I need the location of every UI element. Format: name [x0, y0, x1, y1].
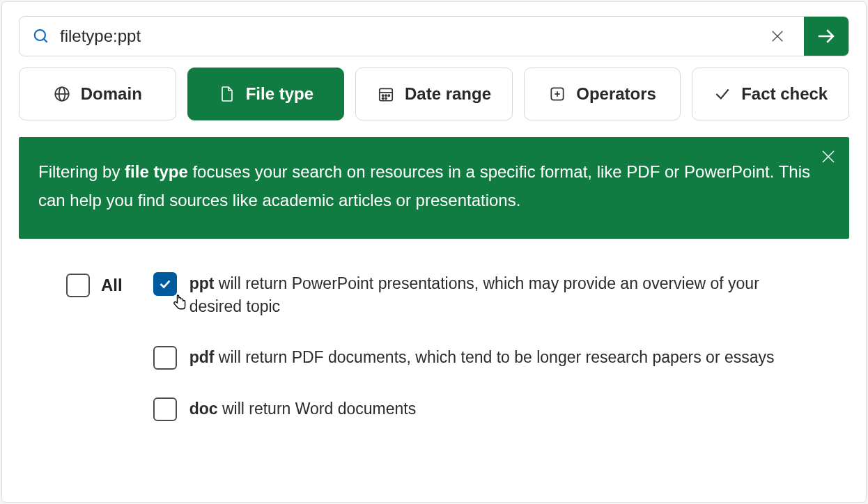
all-group: All — [66, 274, 123, 297]
filter-row: Domain File type — [19, 68, 849, 120]
checkbox-pdf[interactable] — [153, 346, 177, 370]
search-input[interactable] — [60, 26, 751, 46]
banner-prefix: Filtering by — [38, 162, 125, 181]
filter-filetype-label: File type — [246, 84, 313, 104]
check-icon — [157, 276, 173, 292]
search-bar — [19, 16, 849, 56]
filter-factcheck[interactable]: Fact check — [692, 68, 849, 120]
dismiss-banner-button[interactable] — [819, 147, 838, 166]
option-doc-key: doc — [189, 400, 218, 418]
file-icon — [218, 85, 236, 103]
info-banner: Filtering by file type focuses your sear… — [19, 137, 849, 239]
arrow-right-icon — [816, 26, 837, 47]
option-ppt-text: ppt will return PowerPoint presentations… — [189, 272, 796, 319]
close-icon — [820, 148, 837, 165]
filter-filetype[interactable]: File type — [187, 68, 345, 120]
svg-point-11 — [385, 95, 387, 96]
check-icon — [713, 85, 731, 103]
svg-point-10 — [382, 95, 384, 96]
filter-daterange[interactable]: Date range — [355, 68, 513, 120]
filter-operators[interactable]: Operators — [524, 68, 681, 120]
globe-icon — [53, 85, 71, 103]
calendar-icon — [377, 85, 395, 103]
option-ppt-key: ppt — [189, 274, 215, 292]
search-panel: Domain File type — [1, 1, 867, 503]
option-pdf-text: pdf will return PDF documents, which ten… — [189, 346, 775, 369]
svg-point-13 — [382, 97, 384, 99]
option-ppt: ppt will return PowerPoint presentations… — [153, 272, 827, 319]
filter-operators-label: Operators — [576, 84, 656, 104]
close-icon — [770, 29, 785, 44]
svg-line-1 — [44, 39, 47, 42]
checkbox-doc[interactable] — [153, 397, 177, 421]
option-pdf-rest: will return PDF documents, which tend to… — [214, 348, 774, 366]
info-banner-text: Filtering by file type focuses your sear… — [38, 158, 830, 215]
filter-daterange-label: Date range — [405, 84, 491, 104]
banner-bold: file type — [125, 162, 188, 181]
filter-factcheck-label: Fact check — [741, 84, 828, 104]
filter-domain-label: Domain — [81, 84, 142, 104]
checkbox-ppt[interactable] — [153, 272, 177, 296]
option-doc-rest: will return Word documents — [218, 400, 417, 418]
svg-point-0 — [35, 30, 45, 40]
all-label: All — [101, 276, 123, 295]
cursor-pointer-icon — [170, 293, 189, 313]
filetype-options: All ppt will return PowerPoint presentat… — [19, 239, 849, 436]
option-doc: doc will return Word documents — [153, 397, 827, 421]
filter-domain[interactable]: Domain — [19, 68, 176, 120]
submit-search-button[interactable] — [804, 17, 848, 56]
svg-point-14 — [385, 97, 387, 99]
clear-search-button[interactable] — [761, 17, 794, 56]
search-icon — [32, 27, 50, 45]
svg-point-12 — [388, 95, 389, 96]
option-pdf-key: pdf — [189, 348, 215, 366]
option-ppt-rest: will return PowerPoint presentations, wh… — [189, 274, 759, 315]
option-doc-text: doc will return Word documents — [189, 397, 417, 420]
option-pdf: pdf will return PDF documents, which ten… — [153, 346, 827, 370]
options-list: ppt will return PowerPoint presentations… — [153, 272, 827, 422]
plus-box-icon — [548, 85, 566, 103]
checkbox-all[interactable] — [66, 274, 90, 297]
